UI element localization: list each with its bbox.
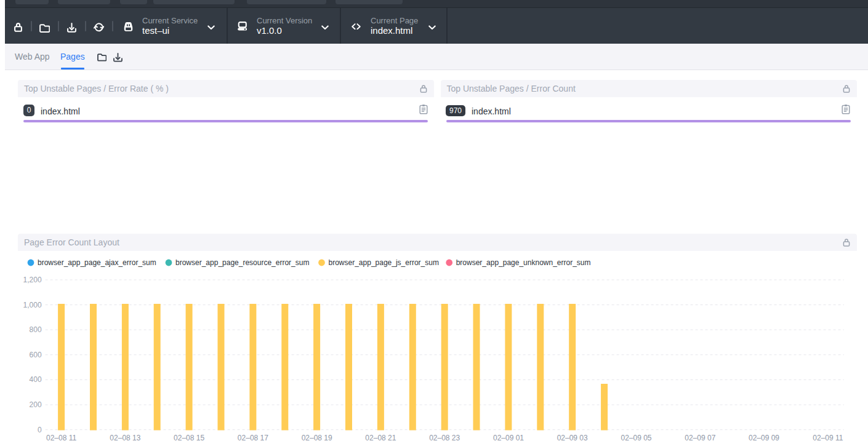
svg-text:1,000: 1,000 (23, 301, 42, 309)
svg-text:600: 600 (30, 351, 42, 359)
svg-text:02–09 11: 02–09 11 (813, 434, 843, 441)
svg-text:400: 400 (30, 375, 42, 384)
svg-text:02–08 19: 02–08 19 (302, 434, 332, 441)
svg-text:02–08 11: 02–08 11 (46, 434, 76, 441)
svg-text:browser_app_page_resource_erro: browser_app_page_resource_error_sum (175, 258, 309, 267)
svg-text:200: 200 (30, 400, 42, 409)
svg-text:02–08 13: 02–08 13 (110, 434, 140, 441)
svg-text:0: 0 (38, 426, 42, 434)
svg-text:browser_app_page_ajax_error_su: browser_app_page_ajax_error_sum (38, 258, 156, 267)
svg-text:02–09 03: 02–09 03 (557, 434, 588, 441)
svg-text:02–09 09: 02–09 09 (749, 434, 779, 441)
svg-text:800: 800 (30, 325, 42, 334)
svg-text:02–08 15: 02–08 15 (174, 434, 204, 441)
svg-text:02–08 23: 02–08 23 (429, 434, 460, 441)
svg-text:02–08 21: 02–08 21 (365, 434, 396, 441)
svg-text:1,200: 1,200 (23, 276, 42, 284)
svg-text:02–09 07: 02–09 07 (685, 434, 715, 441)
svg-text:02–09 01: 02–09 01 (493, 434, 524, 441)
svg-text:02–08 17: 02–08 17 (238, 434, 268, 441)
svg-text:browser_app_page_unknown_error: browser_app_page_unknown_error_sum (456, 258, 591, 267)
svg-text:02–09 05: 02–09 05 (621, 434, 651, 441)
svg-text:browser_app_page_js_error_sum: browser_app_page_js_error_sum (329, 258, 439, 267)
